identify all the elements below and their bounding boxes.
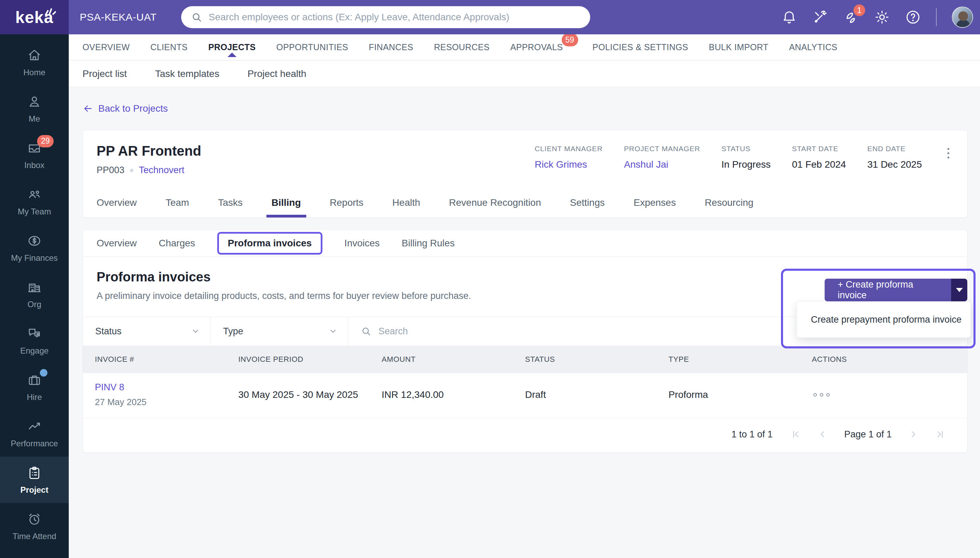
nav-overview[interactable]: OVERVIEW: [82, 42, 130, 52]
projects-subnav: Project list Task templates Project heal…: [69, 61, 980, 87]
search-icon: [360, 326, 372, 337]
client-manager-link[interactable]: Rick Grimes: [535, 159, 603, 170]
nav-analytics[interactable]: ANALYTICS: [789, 42, 838, 52]
hire-notification-dot: [40, 369, 48, 377]
nav-opportunities[interactable]: OPPORTUNITIES: [276, 42, 348, 52]
meta-label: STATUS: [722, 144, 771, 153]
meta-end-date: END DATE 31 Dec 2025: [867, 144, 922, 176]
create-button-dropdown-toggle[interactable]: [951, 279, 967, 301]
tab-overview[interactable]: Overview: [97, 188, 137, 218]
project-code: PP003: [97, 165, 125, 176]
tab-revenue-recognition[interactable]: Revenue Recognition: [449, 188, 541, 218]
sidebar-item-my-finances[interactable]: My Finances: [0, 225, 69, 271]
billing-tab-invoices[interactable]: Invoices: [344, 238, 380, 249]
sidebar-item-label: Performance: [11, 439, 58, 448]
pagination: 1 to 1 of 1 Page 1 of 1: [83, 418, 967, 450]
menu-item-create-prepayment-proforma-invoice[interactable]: Create prepayment proforma invoice: [811, 314, 962, 325]
billing-tab-proforma-invoices[interactable]: Proforma invoices: [228, 238, 312, 248]
invoice-cell: PINV 8 27 May 2025: [95, 382, 238, 407]
project-tabs: Overview Team Tasks Billing Reports Heal…: [83, 188, 967, 218]
sidebar-item-performance[interactable]: Performance: [0, 410, 69, 457]
approvals-badge: 59: [562, 33, 578, 46]
back-to-projects-link[interactable]: Back to Projects: [82, 103, 168, 114]
tab-billing[interactable]: Billing: [271, 188, 301, 218]
subnav-project-list[interactable]: Project list: [82, 68, 127, 79]
project-header-card: PP AR Frontend PP003 Technovert CLIENT M…: [82, 130, 968, 218]
subnav-project-health[interactable]: Project health: [247, 68, 306, 79]
notifications-bell-icon[interactable]: [781, 9, 797, 25]
meta-project-manager: PROJECT MANAGER Anshul Jai: [624, 144, 700, 176]
tab-team[interactable]: Team: [166, 188, 189, 218]
sidebar-item-label: Org: [28, 300, 41, 309]
billing-tabs: Overview Charges Proforma invoices Invoi…: [83, 230, 967, 257]
announcements-icon[interactable]: 1: [843, 9, 859, 25]
billing-tab-overview[interactable]: Overview: [97, 238, 137, 249]
workspace-name: PSA-KEKA-UAT: [80, 11, 157, 23]
settings-gear-icon[interactable]: [874, 9, 890, 25]
tab-reports[interactable]: Reports: [330, 188, 363, 218]
nav-clients[interactable]: CLIENTS: [151, 42, 188, 52]
tab-resourcing[interactable]: Resourcing: [705, 188, 753, 218]
first-page-icon[interactable]: [791, 429, 801, 440]
col-type: TYPE: [669, 355, 812, 364]
tab-tasks[interactable]: Tasks: [218, 188, 243, 218]
prev-page-icon[interactable]: [817, 429, 828, 440]
billing-tab-charges[interactable]: Charges: [159, 238, 195, 249]
user-avatar[interactable]: [952, 7, 973, 28]
type-filter-select[interactable]: Type: [211, 317, 348, 346]
global-search-input[interactable]: [209, 11, 580, 23]
global-search[interactable]: [181, 6, 590, 28]
meta-label: CLIENT MANAGER: [535, 144, 603, 153]
proforma-invoices-highlight-box: Proforma invoices: [217, 232, 322, 254]
sidebar-item-my-team[interactable]: My Team: [0, 178, 69, 225]
nav-bulk-import[interactable]: BULK IMPORT: [709, 42, 768, 52]
project-client-link[interactable]: Technovert: [139, 165, 184, 176]
sidebar-item-project[interactable]: Project: [0, 457, 69, 503]
search-icon: [191, 11, 202, 23]
project-kebab-menu-icon[interactable]: [943, 145, 954, 161]
sidebar-item-label: Time Attend: [12, 532, 56, 541]
logo-spark-icon: [43, 5, 57, 17]
col-actions: ACTIONS: [812, 355, 955, 364]
status-filter-select[interactable]: Status: [83, 317, 211, 346]
keka-logo[interactable]: keka: [0, 0, 69, 34]
meta-label: PROJECT MANAGER: [624, 144, 700, 153]
create-proforma-invoice-button-group: + Create proforma invoice: [825, 279, 967, 301]
tools-icon[interactable]: [812, 9, 828, 25]
tab-health[interactable]: Health: [392, 188, 420, 218]
nav-resources[interactable]: RESOURCES: [434, 42, 490, 52]
sidebar-item-time-attend[interactable]: Time Attend: [0, 503, 69, 550]
project-manager-link[interactable]: Anshul Jai: [624, 159, 700, 170]
help-icon[interactable]: [905, 9, 921, 25]
create-proforma-invoice-button[interactable]: + Create proforma invoice: [825, 279, 951, 301]
performance-icon: [27, 419, 42, 434]
table-row: PINV 8 27 May 2025 30 May 2025 - 30 May …: [83, 373, 967, 418]
sidebar-item-engage[interactable]: Engage: [0, 317, 69, 364]
col-invoice-no: INVOICE #: [95, 355, 238, 364]
subnav-task-templates[interactable]: Task templates: [155, 68, 219, 79]
meta-start-date: START DATE 01 Feb 2024: [792, 144, 846, 176]
col-amount: AMOUNT: [381, 355, 525, 364]
nav-approvals[interactable]: APPROVALS59: [510, 42, 563, 52]
row-actions-ellipsis-icon[interactable]: [812, 391, 831, 398]
last-page-icon[interactable]: [935, 429, 945, 440]
nav-finances[interactable]: FINANCES: [369, 42, 414, 52]
next-page-icon[interactable]: [908, 429, 919, 440]
sidebar-item-label: Engage: [20, 346, 49, 356]
sidebar-item-hire[interactable]: Hire: [0, 364, 69, 410]
tab-expenses[interactable]: Expenses: [633, 188, 676, 218]
pagination-range: 1 to 1 of 1: [732, 429, 773, 440]
invoice-number-link[interactable]: PINV 8: [95, 382, 238, 393]
status-filter-label: Status: [95, 326, 122, 337]
sidebar-item-inbox[interactable]: 29 Inbox: [0, 132, 69, 178]
sidebar-item-org[interactable]: Org: [0, 271, 69, 317]
main-content: Back to Projects PP AR Frontend PP003 Te…: [69, 87, 980, 558]
billing-tab-billing-rules[interactable]: Billing Rules: [402, 238, 455, 249]
nav-projects[interactable]: PROJECTS: [208, 42, 256, 52]
tab-settings[interactable]: Settings: [570, 188, 605, 218]
sidebar-item-home[interactable]: Home: [0, 39, 69, 85]
sidebar-item-label: My Team: [18, 207, 51, 217]
sidebar-item-me[interactable]: Me: [0, 85, 69, 132]
nav-policies-settings[interactable]: POLICIES & SETTINGS: [593, 42, 689, 52]
billing-card: Overview Charges Proforma invoices Invoi…: [82, 230, 968, 453]
